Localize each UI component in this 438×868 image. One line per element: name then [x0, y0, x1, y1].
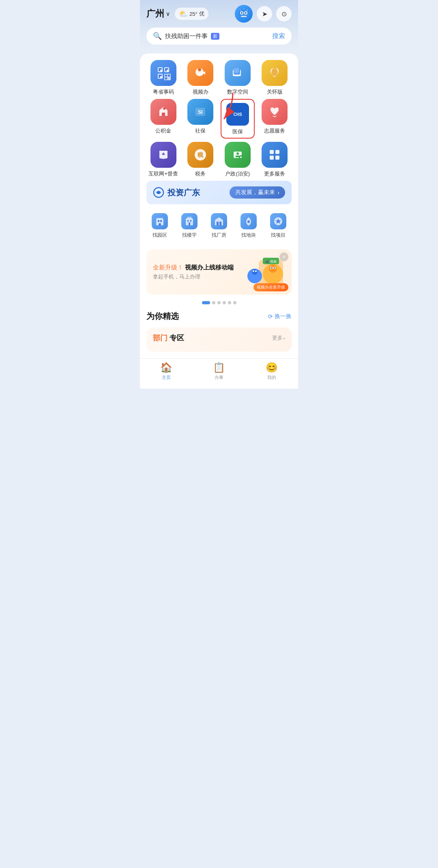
svg-point-75: [271, 267, 272, 269]
service-item-more[interactable]: 更多服务: [258, 142, 292, 177]
service-icon-video: [187, 60, 213, 86]
header-top: 广州 ∨ ⛅ 25° 优: [146, 5, 292, 23]
dept-title: 部门 专区: [153, 333, 184, 343]
dept-section: 部门 专区 更多 ›: [146, 327, 292, 352]
svg-rect-15: [165, 68, 167, 70]
service-grid-row3: 互联网+督查 税 税务 户政(治: [146, 142, 292, 177]
location-text: 广州: [146, 8, 164, 20]
service-item-huzheng[interactable]: 户政(治安): [221, 142, 255, 177]
nav-work[interactable]: 📋 办事: [193, 362, 245, 381]
refresh-icon: ⟳: [268, 313, 273, 320]
search-bar[interactable]: 🔍 扶残助困一件事 新 搜索: [146, 28, 292, 45]
svg-rect-61: [187, 220, 189, 222]
svg-rect-49: [270, 150, 274, 154]
service-grid-row1: 粤省事码 视频办 数字空间: [146, 60, 292, 96]
svg-rect-66: [219, 222, 221, 225]
search-text: 扶残助困一件事 新: [165, 32, 269, 40]
invest-item-changfang[interactable]: 找厂房: [206, 209, 233, 243]
promo-tag: 全新升级！: [153, 264, 183, 271]
navigation-icon: ➤: [262, 10, 267, 18]
record-button[interactable]: ⊙: [276, 6, 292, 21]
search-button[interactable]: 搜索: [272, 32, 285, 41]
invest-item-xiangmu[interactable]: 找项目: [264, 209, 292, 243]
invest-title: 投资广东: [167, 187, 200, 198]
record-icon: ⊙: [281, 10, 287, 18]
service-icon-more: [262, 142, 288, 168]
svg-rect-34: [162, 113, 165, 116]
service-label-yueshima: 粤省事码: [153, 88, 174, 96]
svg-point-26: [198, 68, 201, 71]
header-right: ➤ ⊙: [235, 5, 292, 23]
service-item-gjj[interactable]: 公积金: [146, 99, 180, 139]
invest-icon-louyu: [181, 213, 198, 229]
service-item-shebao[interactable]: SI 社保: [184, 99, 218, 139]
invest-icon-yuanqu: [152, 213, 168, 229]
invest-banner[interactable]: 投资广东 共发展，赢未来 ›: [146, 181, 292, 204]
dept-title-black: 专区: [170, 334, 184, 342]
svg-rect-57: [160, 220, 162, 222]
service-item-care[interactable]: 关怀版: [258, 60, 292, 96]
invest-item-yuanqu[interactable]: 找园区: [146, 209, 174, 243]
svg-rect-6: [240, 9, 241, 11]
svg-point-72: [269, 265, 277, 273]
navigation-button[interactable]: ➤: [257, 6, 272, 21]
invest-label-xiangmu: 找项目: [271, 232, 286, 239]
svg-rect-62: [190, 220, 191, 222]
robot-svg: [238, 8, 250, 20]
nav-home-label: 主页: [162, 374, 171, 381]
svg-rect-22: [165, 75, 167, 77]
dot-2[interactable]: [217, 301, 221, 304]
svg-rect-31: [234, 68, 239, 73]
nav-home[interactable]: 🏠 主页: [140, 362, 193, 381]
service-item-volunteer[interactable]: 志愿服务: [258, 99, 292, 139]
dept-more-button[interactable]: 更多 ›: [272, 334, 285, 342]
dot-3[interactable]: [223, 301, 226, 304]
service-item-internet[interactable]: 互联网+督查: [146, 142, 180, 177]
service-item-yueshima[interactable]: 粤省事码: [146, 60, 180, 96]
nav-mine-label: 我的: [267, 374, 276, 381]
location-area[interactable]: 广州 ∨ ⛅ 25° 优: [146, 8, 208, 20]
invest-item-louyu[interactable]: 找楼宇: [176, 209, 203, 243]
dot-1[interactable]: [212, 301, 215, 304]
refresh-button[interactable]: ⟳ 换一换: [268, 313, 292, 320]
dot-5[interactable]: [233, 301, 236, 304]
mine-icon: 😊: [266, 362, 278, 373]
avatar-robot[interactable]: [235, 5, 253, 23]
service-label-tax: 税务: [195, 170, 206, 177]
service-item-yibao[interactable]: CHS 医保: [221, 99, 255, 139]
for-you-header: 为你精选 ⟳ 换一换: [146, 311, 292, 322]
invest-slogan-text: 共发展，赢未来: [235, 189, 275, 196]
for-you-title: 为你精选: [146, 311, 179, 322]
location-dropdown-icon: ∨: [166, 11, 170, 17]
service-item-digital[interactable]: 数字空间: [221, 60, 255, 96]
service-icon-huzheng: [225, 142, 251, 168]
svg-rect-12: [159, 68, 160, 70]
dot-4[interactable]: [228, 301, 231, 304]
search-icon: 🔍: [153, 32, 162, 41]
promo-banner[interactable]: 全新升级！ 视频办上线移动端 拿起手机，马上办理: [146, 249, 292, 295]
dept-more-arrow: ›: [283, 335, 285, 341]
weather-icon: ⛅: [179, 9, 188, 18]
bottom-nav: 🏠 主页 📋 办事 😊 我的: [140, 358, 298, 389]
service-label-shebao: 社保: [195, 127, 206, 135]
service-item-tax[interactable]: 税 税务: [184, 142, 218, 177]
service-item-video[interactable]: 视频办: [184, 60, 218, 96]
dot-0[interactable]: [202, 301, 210, 304]
service-icon-tax: 税: [187, 142, 213, 168]
service-icon-gjj: [150, 99, 176, 125]
svg-rect-23: [168, 75, 170, 77]
svg-rect-51: [270, 156, 274, 160]
svg-rect-58: [159, 223, 161, 225]
invest-label-dikuai: 找地块: [241, 232, 256, 239]
service-icon-digital: [225, 60, 251, 86]
svg-rect-56: [158, 220, 159, 222]
svg-rect-16: [167, 68, 168, 70]
search-placeholder: 扶残助困一件事: [165, 32, 208, 40]
invest-items: 找园区 找楼宇 找厂房: [146, 209, 292, 243]
svg-point-35: [163, 107, 165, 110]
svg-rect-50: [275, 150, 279, 154]
invest-slogan[interactable]: 共发展，赢未来 ›: [230, 186, 285, 199]
invest-item-dikuai[interactable]: 找地块: [235, 209, 262, 243]
nav-mine[interactable]: 😊 我的: [245, 362, 298, 381]
promo-close-button[interactable]: ×: [279, 252, 288, 261]
